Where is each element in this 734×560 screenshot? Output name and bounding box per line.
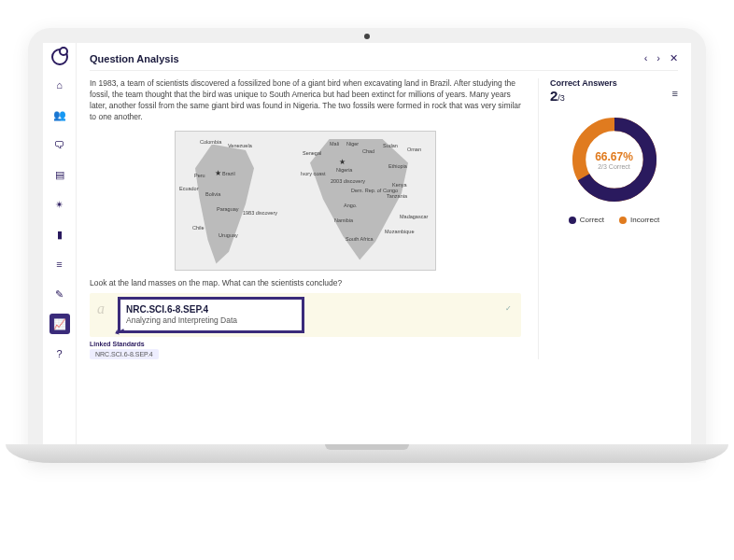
panel-title: Question Analysis [90, 53, 179, 64]
map-label: Ethiopia [388, 163, 407, 169]
legend-dot-correct [569, 217, 576, 224]
laptop-base [6, 444, 728, 463]
map-label: Brazil [222, 171, 235, 176]
header-actions: ‹ › ✕ [644, 52, 678, 64]
world-map: ★ ★ Colombia Venezuela Peru Brazil Ecuad… [175, 131, 436, 271]
prev-button[interactable]: ‹ [644, 52, 648, 64]
laptop-frame: ⌂ 👥 🗨 ▤ ✴ ▮ ≡ ✎ 📈 ? Question Analysis ‹ … [28, 28, 706, 463]
correct-fraction: 2/3 [550, 88, 565, 104]
standard-highlight: NRC.SCI.6-8.SEP.4 Analyzing and Interpre… [118, 297, 304, 333]
map-label: Chad [362, 148, 374, 154]
correct-title: Correct Answers [550, 78, 617, 88]
close-button[interactable]: ✕ [670, 52, 678, 64]
standard-code: NRC.SCI.6-8.SEP.4 [126, 304, 208, 315]
correct-fraction-row: 2/3 ≡ [550, 88, 678, 104]
donut-percent: 66.67% [595, 150, 633, 163]
map-label: Mali [330, 141, 339, 147]
donut-chart-wrap: 66.67% 2/3 Correct [550, 113, 678, 206]
correct-denominator: /3 [558, 93, 565, 103]
linked-standards-label: Linked Standards [90, 341, 521, 347]
sidebar-bookmark-icon[interactable]: ▮ [49, 224, 70, 245]
standard-desc: Analyzing and Interpreting Data [126, 315, 237, 325]
legend-incorrect-label: Incorrect [630, 216, 659, 224]
map-label: Ivory coast [301, 171, 326, 176]
legend-correct-label: Correct [580, 216, 604, 224]
sidebar-help-icon[interactable]: ? [49, 343, 70, 364]
south-america-shape [187, 145, 271, 264]
sidebar-users-icon[interactable]: 👥 [49, 105, 70, 125]
main-panel: Question Analysis ‹ › ✕ In 1983, a team … [77, 43, 691, 444]
map-label: Chile [192, 225, 205, 231]
legend-dot-incorrect [619, 217, 627, 224]
map-label: Mozambique [385, 229, 415, 234]
map-label: Kenya [392, 182, 407, 188]
map-label: Oman [407, 147, 421, 152]
map-label: Sudan [383, 143, 398, 148]
legend-incorrect: Incorrect [619, 216, 659, 224]
map-label: Uruguay [219, 232, 238, 238]
donut-subtext: 2/3 Correct [598, 163, 630, 170]
question-passage: In 1983, a team of scientists discovered… [90, 78, 521, 123]
answer-option[interactable]: a NRC.SCI.6-8.SEP.4 Analyzing and Interp… [90, 293, 521, 337]
map-label: Nigeria [336, 167, 352, 173]
question-column: In 1983, a team of scientists discovered… [90, 78, 521, 359]
sidebar-book-icon[interactable]: ▤ [49, 164, 70, 185]
map-label: Senegal [303, 150, 321, 156]
chart-legend: Correct Incorrect [550, 216, 678, 224]
map-label: Ecuador [179, 186, 199, 191]
map-container: ★ ★ Colombia Venezuela Peru Brazil Ecuad… [90, 131, 521, 271]
sidebar-chat-icon[interactable]: 🗨 [49, 134, 70, 155]
camera-dot [364, 34, 370, 39]
answer-letter: a [97, 301, 105, 317]
map-label: Colombia [200, 139, 221, 145]
sidebar-compass-icon[interactable]: ✴ [49, 194, 70, 215]
donut-chart: 66.67% 2/3 Correct [568, 113, 661, 206]
map-label: Paraguay [217, 206, 239, 212]
map-label: 2003 discovery [331, 178, 365, 184]
map-label: Madagascar [400, 214, 428, 219]
app-logo[interactable] [51, 49, 68, 65]
correct-header-row: Correct Answers [550, 78, 678, 88]
sidebar-analytics-icon[interactable]: 📈 [49, 314, 70, 334]
legend-correct: Correct [569, 216, 604, 224]
chart-menu-icon[interactable]: ≡ [672, 88, 678, 99]
map-label: Tanzania [387, 193, 407, 199]
panel-header: Question Analysis ‹ › ✕ [90, 52, 678, 71]
next-button[interactable]: › [656, 52, 660, 64]
donut-center: 66.67% 2/3 Correct [568, 113, 661, 206]
map-label: South Africa [346, 236, 374, 242]
content-row: In 1983, a team of scientists discovered… [90, 78, 678, 359]
map-label: Bolivia [205, 191, 220, 197]
map-label: Venezuela [228, 143, 252, 148]
star-icon: ★ [215, 169, 221, 177]
map-label: 1983 discovery [243, 210, 277, 216]
check-icon: ✓ [505, 304, 512, 313]
sidebar-list-icon[interactable]: ≡ [49, 254, 70, 274]
correct-answers-panel: Correct Answers 2/3 ≡ [538, 78, 678, 359]
sidebar: ⌂ 👥 🗨 ▤ ✴ ▮ ≡ ✎ 📈 ? [43, 43, 77, 444]
map-label: Peru [194, 173, 205, 178]
africa-shape [297, 139, 428, 260]
sidebar-home-icon[interactable]: ⌂ [49, 75, 70, 95]
linked-standard-tag[interactable]: NRC.SCI.6-8.SEP.4 [90, 349, 159, 359]
app-screen: ⌂ 👥 🗨 ▤ ✴ ▮ ≡ ✎ 📈 ? Question Analysis ‹ … [43, 43, 691, 444]
map-label: Niger [346, 141, 359, 147]
star-icon: ★ [339, 158, 346, 166]
map-label: Ango. [344, 203, 357, 208]
sidebar-edit-icon[interactable]: ✎ [49, 284, 70, 304]
arrow-icon: ➚ [112, 323, 128, 341]
question-prompt: Look at the land masses on the map. What… [90, 278, 521, 287]
map-label: Namibia [334, 217, 353, 223]
